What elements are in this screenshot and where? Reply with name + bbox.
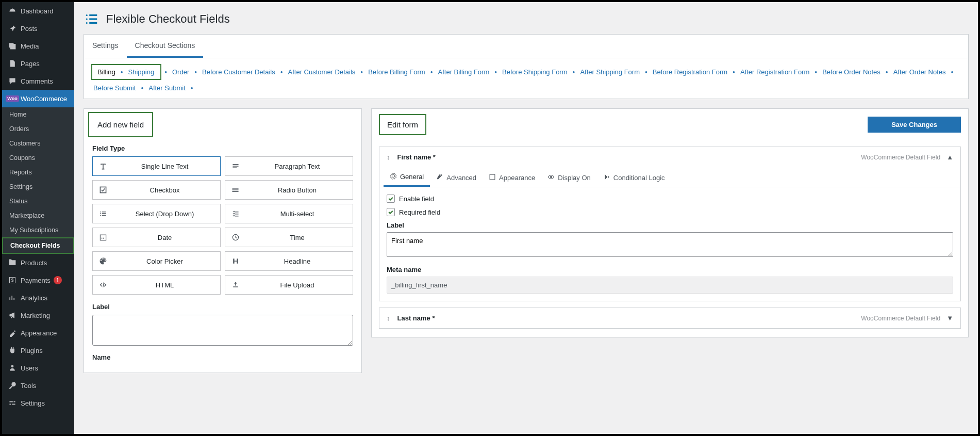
sidebar-item-tools[interactable]: Tools: [2, 377, 74, 394]
section-link-order[interactable]: Order: [170, 67, 191, 77]
section-link-before-submit[interactable]: Before Submit: [91, 83, 138, 93]
section-link-after-submit[interactable]: After Submit: [146, 83, 188, 93]
label-input[interactable]: [92, 315, 353, 346]
field-type-file-upload[interactable]: File Upload: [225, 275, 353, 295]
users-icon: [7, 363, 18, 373]
sidebar-item-label: Plugins: [21, 347, 43, 354]
form-row-head[interactable]: ↕ First name * WooCommerce Default Field…: [379, 147, 960, 167]
field-type-label: Field Type: [92, 144, 353, 152]
sidebar-item-pages[interactable]: Pages: [2, 55, 74, 72]
field-type-paragraph-text[interactable]: Paragraph Text: [225, 156, 353, 176]
section-link-before-registration-form[interactable]: Before Registration Form: [651, 67, 729, 77]
pin-icon: [7, 23, 18, 34]
sidebar-item-label: Status: [9, 198, 27, 205]
sidebar-item-settings[interactable]: Settings: [2, 180, 74, 194]
drag-handle-icon[interactable]: ↕: [387, 314, 390, 322]
row-label-input[interactable]: [387, 232, 953, 257]
sidebar-item-home[interactable]: Home: [2, 107, 74, 122]
field-type-multi-select[interactable]: Multi-select: [225, 204, 353, 223]
sidebar-item-settings[interactable]: Settings: [2, 394, 74, 412]
sidebar-item-dashboard[interactable]: Dashboard: [2, 2, 74, 20]
sidebar-item-label: Posts: [21, 25, 38, 33]
field-type-single-line-text[interactable]: Single Line Text: [92, 156, 221, 176]
sidebar-item-woocommerce[interactable]: WooWooCommerce: [2, 90, 74, 107]
sidebar-item-marketing[interactable]: Marketing: [2, 306, 74, 324]
row-meta: WooCommerce Default Field: [861, 154, 940, 161]
sidebar-item-label: Reports: [9, 169, 32, 176]
media-icon: [7, 41, 18, 51]
required-field-label: Required field: [399, 208, 440, 216]
field-type-label: HTML: [113, 281, 216, 289]
sidebar-item-media[interactable]: Media: [2, 37, 74, 55]
appearance-icon: [7, 328, 18, 338]
enable-field-label: Enable field: [399, 195, 434, 203]
section-link-after-shipping-form[interactable]: After Shipping Form: [578, 67, 642, 77]
sidebar-item-label: Pages: [21, 60, 40, 68]
row-tab-conditional-logic[interactable]: Conditional Logic: [597, 167, 671, 187]
sidebar-item-orders[interactable]: Orders: [2, 122, 74, 136]
enable-field-checkbox[interactable]: [387, 195, 395, 203]
required-field-checkbox[interactable]: [387, 208, 395, 216]
field-type-radio-button[interactable]: Radio Button: [225, 180, 353, 200]
file-icon: [229, 281, 242, 289]
form-row-last-name: ↕ Last name * WooCommerce Default Field …: [379, 308, 961, 329]
field-type-select-drop-down-[interactable]: Select (Drop Down): [92, 204, 221, 223]
row-tab-label: Advanced: [446, 174, 476, 182]
field-type-label: Select (Drop Down): [113, 210, 216, 218]
sidebar-item-payments[interactable]: $Payments1: [2, 271, 74, 289]
field-type-time[interactable]: Time: [225, 228, 353, 247]
section-link-after-billing-form[interactable]: After Billing Form: [436, 67, 492, 77]
sidebar-item-label: Customers: [9, 140, 40, 147]
section-link-shipping[interactable]: Shipping: [126, 67, 157, 77]
meta-name-label: Meta name: [387, 266, 953, 273]
section-link-before-shipping-form[interactable]: Before Shipping Form: [500, 67, 569, 77]
row-tab-advanced[interactable]: Advanced: [430, 167, 483, 187]
field-type-html[interactable]: HTML: [92, 275, 221, 295]
row-tab-label: Conditional Logic: [613, 174, 665, 182]
row-tab-general[interactable]: General: [384, 167, 430, 187]
section-link-after-registration-form[interactable]: After Registration Form: [738, 67, 811, 77]
svg-point-8: [232, 188, 233, 189]
tab-settings[interactable]: Settings: [84, 35, 127, 58]
plugins-icon: [7, 345, 18, 356]
section-link-after-order-notes[interactable]: After Order Notes: [891, 67, 948, 77]
section-link-before-customer-details[interactable]: Before Customer Details: [200, 67, 277, 77]
row-tab-display-on[interactable]: Display On: [541, 167, 597, 187]
sidebar-item-status[interactable]: Status: [2, 194, 74, 208]
field-type-headline[interactable]: Headline: [225, 251, 353, 271]
sidebar-item-label: Users: [21, 364, 38, 372]
field-type-date[interactable]: Date: [92, 228, 221, 247]
row-tab-appearance[interactable]: Appearance: [483, 167, 541, 187]
sidebar-item-products[interactable]: Products: [2, 254, 74, 271]
sidebar-item-marketplace[interactable]: Marketplace: [2, 208, 74, 223]
field-type-color-picker[interactable]: Color Picker: [92, 251, 221, 271]
sidebar-item-appearance[interactable]: Appearance: [2, 324, 74, 342]
sidebar-item-label: Checkout Fields: [10, 242, 60, 249]
sidebar-item-checkout-fields[interactable]: Checkout Fields: [2, 237, 74, 254]
row-name: Last name *: [397, 314, 861, 322]
field-type-checkbox[interactable]: Checkbox: [92, 180, 221, 200]
field-type-label: Headline: [246, 257, 348, 265]
sidebar-item-my-subscriptions[interactable]: My Subscriptions: [2, 223, 74, 237]
sidebar-item-analytics[interactable]: Analytics: [2, 289, 74, 306]
section-link-after-customer-details[interactable]: After Customer Details: [286, 67, 358, 77]
sidebar-item-label: Home: [9, 111, 26, 118]
save-changes-button[interactable]: Save Changes: [868, 117, 961, 133]
form-row-first-name: ↕ First name * WooCommerce Default Field…: [379, 147, 961, 301]
section-link-before-order-notes[interactable]: Before Order Notes: [820, 67, 883, 77]
drag-handle-icon[interactable]: ↕: [387, 153, 390, 161]
sidebar-item-users[interactable]: Users: [2, 359, 74, 377]
tools-icon: [7, 380, 18, 391]
sidebar-item-customers[interactable]: Customers: [2, 136, 74, 151]
form-row-head[interactable]: ↕ Last name * WooCommerce Default Field …: [379, 308, 960, 328]
sidebar-item-reports[interactable]: Reports: [2, 165, 74, 180]
sidebar-item-posts[interactable]: Posts: [2, 20, 74, 37]
sidebar-item-plugins[interactable]: Plugins: [2, 342, 74, 359]
sidebar-item-coupons[interactable]: Coupons: [2, 151, 74, 165]
sidebar-item-comments[interactable]: Comments: [2, 72, 74, 90]
section-link-billing[interactable]: Billing: [95, 67, 118, 77]
text-icon: [97, 162, 109, 170]
sidebar-item-label: Marketplace: [9, 212, 44, 219]
tab-checkout-sections[interactable]: Checkout Sections: [127, 35, 204, 58]
section-link-before-billing-form[interactable]: Before Billing Form: [366, 67, 427, 77]
